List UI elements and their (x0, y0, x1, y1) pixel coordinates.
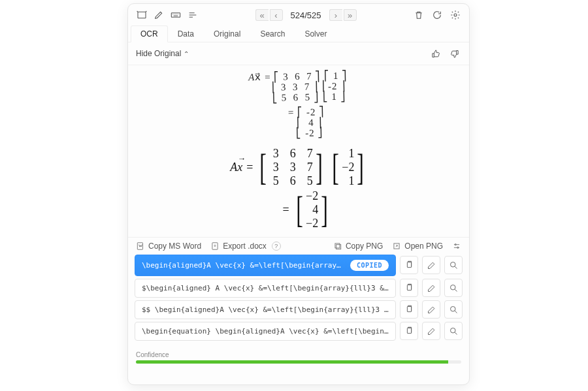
refresh-icon[interactable] (430, 8, 444, 22)
tab-original[interactable]: Original (204, 25, 250, 42)
chevron-up-icon: ⌃ (184, 50, 189, 57)
copied-badge: COPIED (350, 260, 389, 271)
rendered-math: Ax = [ 367 337 565 ] [ 1 −2 1 ] (128, 143, 469, 237)
tabs: OCR Data Original Search Solver (128, 25, 469, 42)
copy-ms-word[interactable]: Copy MS Word (136, 242, 201, 251)
gear-icon[interactable] (448, 8, 463, 22)
svg-point-17 (450, 328, 455, 333)
pencil-icon[interactable] (152, 8, 166, 22)
search-icon[interactable] (444, 279, 463, 297)
screenshot-icon[interactable] (135, 8, 149, 22)
svg-rect-1 (171, 13, 180, 18)
latex-cell[interactable]: \begin{equation} \begin{aligned}A \vec{x… (135, 322, 396, 341)
matrix-A: [ 367 337 565 ] (257, 147, 325, 188)
latex-cell[interactable]: $\begin{aligned} A \vec{x} &=\left[\begi… (135, 279, 396, 298)
page-counter: 524/525 (291, 10, 321, 20)
svg-point-2 (454, 14, 457, 16)
svg-rect-10 (407, 262, 411, 267)
export-bar: Copy MS Word Export .docx ? Copy PNG Ope… (128, 237, 469, 255)
app-window: « ‹ 524/525 › » OCR Data Original Search… (127, 3, 470, 385)
latex-row: \begin{equation} \begin{aligned}A \vec{x… (135, 322, 463, 341)
open-png[interactable]: Open PNG (392, 242, 443, 251)
search-icon[interactable] (444, 300, 463, 319)
confidence-bar (136, 360, 461, 364)
svg-rect-16 (407, 328, 411, 333)
svg-rect-5 (335, 243, 340, 247)
copy-png[interactable]: Copy PNG (333, 242, 383, 251)
copy-icon[interactable] (400, 279, 418, 297)
latex-row: $$ \begin{aligned}A \vec{x} &=\left[\beg… (135, 300, 463, 319)
right-tools (412, 8, 463, 22)
svg-rect-12 (407, 285, 411, 290)
search-icon[interactable] (444, 322, 463, 340)
lines-icon[interactable] (186, 8, 200, 22)
latex-list: \begin{aligned}A \vec{x} &=\left[\begin{… (128, 255, 469, 349)
subheader: Hide Original ⌃ (128, 42, 469, 65)
export-docx[interactable]: Export .docx (210, 242, 267, 251)
tab-ocr[interactable]: OCR (131, 25, 168, 42)
confidence-fill (136, 360, 448, 364)
edit-icon[interactable] (422, 300, 440, 319)
svg-point-15 (450, 306, 455, 311)
math-eq: = (246, 161, 253, 174)
thumbs-down-icon[interactable] (447, 46, 461, 61)
search-icon[interactable] (444, 256, 463, 274)
svg-point-13 (450, 285, 455, 290)
edit-icon[interactable] (422, 256, 440, 274)
tab-search[interactable]: Search (250, 25, 295, 42)
export-help[interactable]: ? (272, 242, 281, 251)
svg-rect-6 (336, 244, 341, 249)
hide-original-label: Hide Original (136, 49, 181, 58)
vote-icons (429, 46, 461, 61)
latex-row: \begin{aligned}A \vec{x} &=\left[\begin{… (135, 255, 463, 276)
pager-next[interactable]: › (329, 9, 342, 21)
hide-original-toggle[interactable]: Hide Original ⌃ (136, 49, 189, 58)
settings-sliders-icon[interactable] (452, 242, 461, 251)
vector-x: [ 1 −2 1 ] (329, 147, 367, 188)
pager-last[interactable]: » (344, 9, 357, 21)
edit-icon[interactable] (422, 279, 440, 297)
tab-data[interactable]: Data (168, 25, 204, 42)
confidence: Confidence (128, 349, 469, 370)
math-x: x (237, 161, 242, 174)
original-image: Ax⃗ = ⎡ 3 6 7 ⎤ ⎡ 1 ⎤ ⎢ 3 3 7 ⎥ ⎢-2 ⎥ ⎣ … (128, 65, 469, 143)
copy-icon[interactable] (400, 322, 418, 340)
pager-prev[interactable]: ‹ (270, 9, 283, 21)
pager-first[interactable]: « (255, 9, 269, 21)
latex-cell[interactable]: $$ \begin{aligned}A \vec{x} &=\left[\beg… (135, 300, 396, 319)
latex-cell-selected[interactable]: \begin{aligned}A \vec{x} &=\left[\begin{… (135, 255, 396, 276)
result-vector: [ −2 4 −2 ] (293, 189, 331, 230)
svg-rect-0 (138, 12, 146, 18)
window-notch (286, 3, 312, 8)
math-A: A (230, 161, 237, 174)
tab-solver[interactable]: Solver (295, 25, 336, 42)
latex-row: $\begin{aligned} A \vec{x} &=\left[\begi… (135, 279, 463, 298)
keyboard-icon[interactable] (169, 8, 183, 22)
trash-icon[interactable] (412, 8, 426, 22)
svg-point-11 (450, 262, 455, 267)
pager: « ‹ 524/525 › » (255, 9, 357, 21)
copy-icon[interactable] (400, 300, 418, 319)
confidence-label: Confidence (136, 351, 461, 358)
svg-rect-14 (407, 306, 411, 311)
copy-icon[interactable] (400, 256, 418, 274)
edit-icon[interactable] (422, 322, 440, 340)
thumbs-up-icon[interactable] (429, 46, 443, 61)
math-eq2: = (283, 203, 289, 217)
